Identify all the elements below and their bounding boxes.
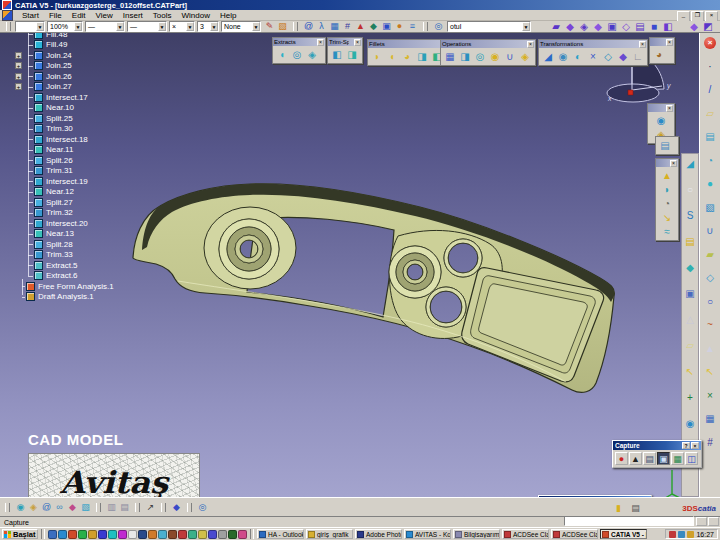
boundary-icon[interactable]: ◈ [518, 50, 532, 63]
curvature-analysis-icon[interactable]: @ [40, 501, 53, 513]
tree-item[interactable]: Extract.5 [0, 260, 180, 271]
render-style-palette[interactable]: × ◕ [649, 37, 675, 64]
tree-item[interactable]: Intersect.17 [0, 92, 180, 103]
compass-icon[interactable]: ◆ [170, 501, 183, 513]
point-symbol-combo[interactable]: ×▼ [169, 21, 195, 32]
spline-icon[interactable]: ~ [703, 319, 717, 331]
tree-item[interactable]: Split.27 [0, 197, 180, 208]
connect-checker-icon[interactable]: ◉ [14, 501, 27, 513]
close-icon[interactable]: × [527, 41, 534, 48]
face-fillet-icon[interactable]: ◨ [415, 50, 429, 63]
render-mode-combo[interactable]: None▼ [221, 21, 261, 32]
close-icon[interactable]: × [704, 37, 716, 49]
extract-icon[interactable]: ◖ [275, 48, 289, 61]
scaling-icon[interactable]: × [586, 50, 600, 63]
pad-icon[interactable]: ▰ [549, 21, 563, 33]
quicklaunch-icon[interactable] [88, 530, 97, 539]
start-button[interactable]: Başlat [2, 529, 38, 539]
quicklaunch-icon[interactable] [68, 530, 77, 539]
line-icon[interactable]: / [703, 84, 717, 96]
relations-icon[interactable]: ≡ [406, 21, 419, 33]
document-icon[interactable] [2, 10, 13, 21]
opacity-combo[interactable]: 100%▼ [47, 21, 83, 32]
3d-viewport[interactable]: z y x Fill.48 [0, 33, 720, 497]
lock-icon[interactable]: ▮ [612, 502, 625, 514]
quicklaunch-icon[interactable] [98, 530, 107, 539]
quicklaunch-icon[interactable] [118, 530, 127, 539]
chevron-down-icon[interactable]: ▼ [36, 22, 44, 31]
record-icon[interactable]: ● [615, 452, 628, 465]
toolbar-grip[interactable] [5, 503, 10, 512]
expander-icon[interactable] [15, 73, 22, 80]
axis-to-axis-icon[interactable]: ∟ [631, 50, 645, 63]
quicklaunch-icon[interactable] [128, 530, 137, 539]
loft-icon[interactable]: ▣ [683, 288, 697, 300]
quicklaunch-icon[interactable] [148, 530, 157, 539]
chevron-down-icon[interactable]: ▼ [252, 22, 260, 31]
link-icon[interactable]: ∞ [53, 501, 66, 513]
close-icon[interactable]: × [666, 39, 673, 46]
geometry-check-icon[interactable]: ◉ [654, 114, 668, 127]
tree-item[interactable]: Split.28 [0, 239, 180, 250]
menu-item[interactable]: Start [17, 11, 44, 20]
formula-icon[interactable]: @ [302, 21, 315, 33]
toolbar-grip[interactable] [161, 503, 166, 512]
curve-smooth-icon[interactable]: ◎ [473, 50, 487, 63]
capture-window[interactable]: Capture ? × ●▲▤▣▦◫ [612, 440, 702, 468]
distance-analysis-icon[interactable]: ◈ [27, 501, 40, 513]
tray-icon[interactable] [669, 531, 676, 538]
pointer-icon[interactable]: ↖ [683, 366, 697, 378]
sweep-icon[interactable]: ◢ [683, 158, 697, 170]
plane-icon[interactable]: ▱ [703, 108, 717, 120]
trim-split-toolbar[interactable]: Trim-Split× ◧◨ [327, 37, 363, 64]
tree-item[interactable]: Intersect.19 [0, 176, 180, 187]
weight-combo[interactable]: 3▼ [197, 21, 219, 32]
tray-icon[interactable] [678, 531, 685, 538]
toolbar-grip[interactable] [423, 22, 428, 31]
close-surface-icon[interactable]: ◩ [701, 21, 715, 33]
quicklaunch-icon[interactable] [178, 530, 187, 539]
quicklaunch-icon[interactable] [58, 530, 67, 539]
fly-mode-icon[interactable]: ↗ [144, 501, 157, 513]
film-icon[interactable]: ▣ [380, 21, 393, 33]
toolbar-grip[interactable] [293, 22, 298, 31]
quicklaunch-icon[interactable] [138, 530, 147, 539]
power-input-field[interactable] [564, 516, 694, 526]
expander-icon[interactable] [15, 83, 22, 90]
menu-item[interactable]: Help [215, 11, 241, 20]
quicklaunch-icon[interactable] [78, 530, 87, 539]
axis-icon[interactable]: + [683, 392, 697, 404]
help-button[interactable]: ? [682, 442, 690, 449]
shell-icon[interactable]: ◗ [660, 183, 674, 196]
tree-item[interactable]: Trim.33 [0, 250, 180, 261]
trim-icon[interactable]: ◨ [345, 48, 359, 61]
tray-icon[interactable] [687, 531, 694, 538]
quicklaunch-icon[interactable] [158, 530, 167, 539]
painter-icon[interactable]: ▧ [276, 21, 289, 33]
expander-icon[interactable] [15, 52, 22, 59]
menu-item[interactable]: File [44, 11, 67, 20]
surface-check-icon[interactable]: ▧ [79, 501, 92, 513]
menu-item[interactable]: Window [177, 11, 215, 20]
tree-item[interactable]: Split.26 [0, 155, 180, 166]
menu-item[interactable]: Edit [67, 11, 91, 20]
extrude-icon[interactable]: ▤ [703, 131, 717, 143]
toolbar-grip[interactable] [6, 22, 11, 31]
quicklaunch-icon[interactable] [168, 530, 177, 539]
toolbar-grip[interactable] [135, 503, 140, 512]
offset-icon[interactable]: ▱ [683, 340, 697, 352]
tree-item[interactable]: Near.10 [0, 103, 180, 114]
sketch-icon[interactable]: ▦ [703, 413, 717, 425]
arrow-icon[interactable]: ↘ [660, 211, 674, 224]
circle-icon[interactable]: ○ [703, 296, 717, 308]
globe-icon[interactable]: ◉ [683, 418, 697, 430]
tree-item[interactable]: Trim.30 [0, 124, 180, 135]
title-bar[interactable]: CATIA V5 - [turkuazgosterge_012offset.CA… [0, 0, 720, 10]
hole-icon[interactable]: ▣ [605, 21, 619, 33]
wave-icon[interactable]: ≈ [660, 225, 674, 238]
menu-item[interactable]: Tools [148, 11, 177, 20]
tree-item[interactable]: Join.25 [0, 61, 180, 72]
offset-icon[interactable]: ▧ [703, 202, 717, 214]
catalog2-icon[interactable]: ▤ [118, 501, 131, 513]
quicklaunch-icon[interactable] [108, 530, 117, 539]
